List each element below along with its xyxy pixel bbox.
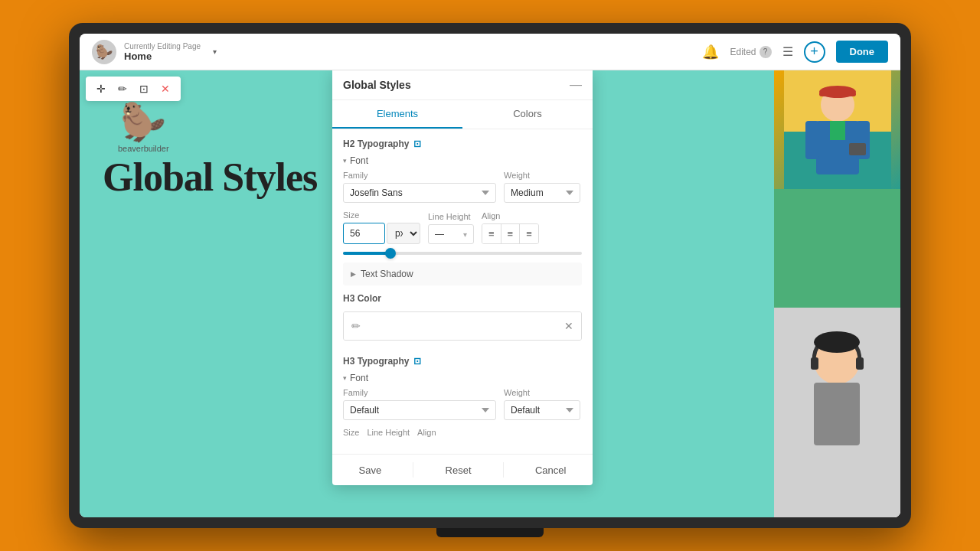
text-shadow-label: Text Shadow: [361, 269, 413, 279]
panel-minimize-button[interactable]: —: [570, 78, 582, 92]
close-tool-icon[interactable]: ✕: [156, 80, 175, 98]
h2-align-group: Align ≡ ≡ ≡: [482, 211, 539, 244]
laptop-screen: 🦫 Currently Editing Page Home ▾ 🔔 Edited…: [80, 34, 900, 517]
svg-rect-6: [830, 121, 845, 140]
page-name: Home: [124, 51, 201, 62]
h3-size-label: Size: [343, 428, 359, 437]
laptop-shell: 🦫 Currently Editing Page Home ▾ 🔔 Edited…: [69, 23, 911, 528]
h2-weight-label: Weight: [504, 171, 580, 180]
panel-tabs: Elements Colors: [332, 100, 593, 129]
photo-bottom: [774, 308, 900, 517]
h2-unit-select[interactable]: px: [387, 223, 420, 244]
h2-size-lh-align-row: Size px Line Height: [343, 210, 582, 244]
panel-body: H2 Typography ⊡ ▾ Font Family: [332, 129, 593, 454]
svg-rect-4: [819, 92, 856, 96]
menu-icon[interactable]: ☰: [782, 44, 793, 59]
text-shadow-expand-icon: ▶: [351, 270, 356, 278]
text-shadow-row[interactable]: ▶ Text Shadow: [343, 262, 582, 285]
h2-weight-group: Weight Medium: [504, 171, 580, 203]
svg-rect-9: [849, 143, 866, 155]
panel-title: Global Styles: [343, 79, 411, 91]
h3-weight-select[interactable]: Default: [504, 400, 580, 420]
align-left-button[interactable]: ≡: [482, 224, 501, 243]
global-styles-panel: Global Styles — Elements Colors H2 Typog…: [332, 70, 593, 485]
reset-button[interactable]: Reset: [446, 465, 472, 476]
edit-tool-icon[interactable]: ✏: [113, 80, 132, 98]
h2-size-input[interactable]: [343, 223, 385, 244]
h2-typography-heading: H2 Typography ⊡: [343, 139, 582, 149]
h3-font-subsection: ▾ Font Family Default: [343, 373, 582, 437]
h3-size-labels-row: Size Line Height Align: [343, 428, 582, 437]
h3-font-chevron-icon: ▾: [343, 374, 347, 382]
beaver-text: beaverbuilder: [118, 144, 169, 153]
page-dropdown-arrow[interactable]: ▾: [213, 47, 217, 56]
svg-point-14: [814, 331, 860, 353]
h3-color-label: H3 Color: [343, 293, 582, 304]
h2-slider-fill: [343, 252, 390, 255]
h3-lh-label: Line Height: [367, 428, 410, 437]
h3-typography-heading: H3 Typography ⊡: [343, 356, 582, 367]
h3-size-group: Size: [343, 428, 359, 437]
bell-icon[interactable]: 🔔: [702, 44, 719, 60]
top-bar-left: 🦫 Currently Editing Page Home ▾: [92, 40, 217, 64]
h2-line-height-input[interactable]: — ▾: [428, 224, 474, 244]
clear-color-icon[interactable]: ✕: [564, 320, 573, 332]
footer-divider-2: [503, 462, 504, 478]
h3-family-weight-row: Family Default Weight Default: [343, 388, 582, 420]
layout-tool-icon[interactable]: ⊡: [135, 80, 153, 98]
h3-color-group: H3 Color ✏ ✕: [343, 293, 582, 348]
h2-font-chevron-icon: ▾: [343, 157, 347, 165]
top-bar: 🦫 Currently Editing Page Home ▾ 🔔 Edited…: [80, 34, 900, 70]
photo-area: [774, 70, 900, 517]
h2-line-height-label: Line Height: [428, 212, 474, 221]
h3-family-label: Family: [343, 388, 496, 397]
align-center-button[interactable]: ≡: [501, 224, 521, 243]
h2-align-group-buttons: ≡ ≡ ≡: [482, 223, 539, 244]
h2-line-height-group: Line Height — ▾: [428, 212, 474, 244]
h2-slider-thumb[interactable]: [385, 248, 396, 259]
canvas-logo: 🦫 beaverbuilder: [118, 101, 169, 153]
person-bottom-svg: [774, 308, 900, 445]
h2-responsive-icon[interactable]: ⊡: [413, 139, 421, 149]
h2-font-subsection: ▾ Font Family Josefin Sans: [343, 155, 582, 255]
h3-color-preview: ✏ ✕: [344, 312, 581, 340]
add-button[interactable]: +: [804, 41, 825, 63]
h3-weight-label: Weight: [504, 388, 580, 397]
cancel-button[interactable]: Cancel: [535, 465, 566, 476]
h2-size-group: Size px: [343, 210, 420, 244]
save-button[interactable]: Save: [359, 465, 382, 476]
page-label: Currently Editing Page: [124, 42, 201, 51]
h3-responsive-icon[interactable]: ⊡: [413, 356, 421, 367]
h3-family-select[interactable]: Default: [343, 400, 496, 420]
panel-header: Global Styles —: [332, 70, 593, 100]
h2-font-label: ▾ Font: [343, 155, 582, 166]
page-info: Currently Editing Page Home: [124, 42, 201, 62]
top-bar-right: 🔔 Edited ? ☰ + Done: [702, 41, 888, 63]
h3-color-input[interactable]: ✏ ✕: [343, 311, 582, 341]
align-right-button[interactable]: ≡: [520, 224, 538, 243]
panel-footer: Save Reset Cancel: [332, 454, 593, 485]
h2-family-select[interactable]: Josefin Sans: [343, 183, 496, 203]
pencil-icon[interactable]: ✏: [351, 320, 361, 332]
photo-top: [774, 70, 900, 189]
lh-dash-icon: —: [435, 229, 444, 240]
tab-colors[interactable]: Colors: [462, 100, 593, 129]
h2-family-weight-row: Family Josefin Sans Weight Medium: [343, 171, 582, 203]
person-top-svg: [784, 70, 891, 189]
h2-align-label: Align: [482, 211, 539, 220]
laptop-bottom-bar: [436, 528, 544, 537]
edited-badge: Edited ?: [730, 46, 771, 58]
photo-middle: [774, 189, 900, 308]
move-tool-icon[interactable]: ✛: [92, 80, 110, 98]
h2-slider-container: [343, 252, 582, 255]
tab-elements[interactable]: Elements: [332, 100, 462, 129]
tool-bar: ✛ ✏ ⊡ ✕: [86, 77, 181, 101]
done-button[interactable]: Done: [836, 41, 889, 63]
svg-rect-15: [814, 383, 860, 445]
h3-align-group: Align: [417, 428, 436, 437]
h2-slider-track[interactable]: [343, 252, 582, 255]
h2-size-label: Size: [343, 210, 420, 220]
beaver-logo: 🦫: [92, 40, 116, 64]
h2-weight-select[interactable]: Medium: [504, 183, 580, 203]
h3-lh-group: Line Height: [367, 428, 410, 437]
